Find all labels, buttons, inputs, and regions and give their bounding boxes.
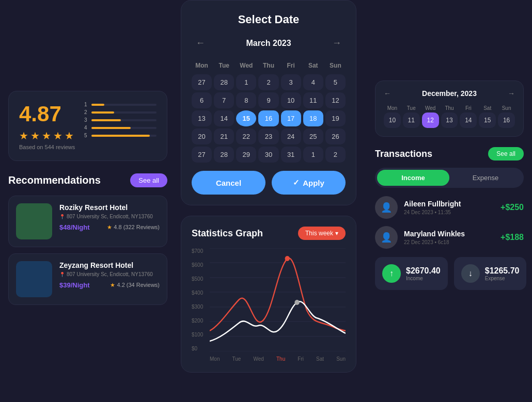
- calendar-day[interactable]: 29: [236, 147, 256, 163]
- mini-calendar-day-header: Mon: [384, 104, 401, 112]
- hotel-card[interactable]: Roziky Resort Hotel 807 University Sc, E…: [8, 196, 167, 247]
- next-month-arrow[interactable]: →: [328, 36, 346, 51]
- summary-icon: ↓: [461, 264, 480, 283]
- calendar-day[interactable]: 30: [258, 147, 278, 163]
- mini-calendar-card: ← December, 2023 → MonTueWedThuFriSatSun…: [375, 81, 524, 137]
- mini-calendar-nav: ← December, 2023 →: [384, 89, 515, 98]
- bar-label: 2: [84, 109, 88, 115]
- mini-calendar-day[interactable]: 13: [441, 112, 458, 128]
- calendar-day[interactable]: 16: [258, 110, 278, 126]
- calendar-day[interactable]: 12: [325, 92, 346, 108]
- calendar-day[interactable]: 22: [236, 128, 256, 144]
- calendar-day[interactable]: 2: [325, 147, 346, 163]
- hotel-cards-container: Roziky Resort Hotel 807 University Sc, E…: [8, 196, 167, 305]
- graph-x-labels: MonTueWedThuFriSatSun: [210, 356, 346, 362]
- calendar-day-header: Tue: [214, 60, 234, 71]
- calendar-day[interactable]: 27: [192, 147, 212, 163]
- apply-label: Apply: [303, 179, 324, 187]
- mini-calendar-headers: MonTueWedThuFriSatSun: [384, 104, 515, 112]
- this-week-button[interactable]: This week ▾: [298, 227, 346, 240]
- calendar-day[interactable]: 27: [192, 74, 212, 90]
- calendar-title: Select Date: [192, 13, 346, 26]
- calendar-day[interactable]: 13: [192, 110, 212, 126]
- mini-calendar-day[interactable]: 12: [422, 112, 439, 128]
- svg-point-9: [294, 300, 299, 305]
- calendar-day[interactable]: 31: [281, 147, 301, 163]
- calendar-day[interactable]: 24: [281, 128, 301, 144]
- calendar-day[interactable]: 14: [214, 110, 234, 126]
- hotel-rating: ★ 4.8 (322 Reviews): [107, 224, 160, 231]
- transaction-avatar: 👤: [375, 226, 398, 249]
- bar-label: 1: [84, 102, 88, 107]
- mini-calendar-day[interactable]: 11: [403, 112, 420, 128]
- recommendations-see-all-button[interactable]: See all: [130, 173, 167, 187]
- mini-calendar-day-header: Fri: [460, 104, 477, 112]
- calendar-day[interactable]: 6: [192, 92, 212, 108]
- graph-x-label: Sun: [336, 356, 346, 362]
- graph-y-label: $100: [192, 332, 203, 337]
- calendar-day[interactable]: 20: [192, 128, 212, 144]
- mini-month-label: December, 2023: [422, 89, 477, 98]
- transaction-tab-income[interactable]: Income: [377, 170, 449, 186]
- calendar-day[interactable]: 15: [236, 110, 256, 126]
- calendar-day[interactable]: 1: [303, 147, 323, 163]
- mini-calendar-day[interactable]: 10: [384, 112, 401, 128]
- rating-bar-row: 3: [84, 117, 157, 123]
- hotel-image-inner: [16, 261, 52, 297]
- mini-calendar-day[interactable]: 16: [498, 112, 515, 128]
- rating-bar-row: 1: [84, 102, 157, 107]
- transaction-tab-expense[interactable]: Expense: [449, 170, 522, 186]
- calendar-day[interactable]: 1: [236, 74, 256, 90]
- bar-background: [91, 119, 157, 121]
- transaction-items-container: 👤 Aileen Fullbright 24 Dec 2023 • 11:35 …: [375, 196, 524, 249]
- calendar-day[interactable]: 19: [325, 110, 346, 126]
- hotel-card[interactable]: Zeyzang Resort Hotel 807 University Sc, …: [8, 253, 167, 305]
- prev-month-arrow[interactable]: ←: [192, 36, 209, 51]
- transaction-avatar: 👤: [375, 196, 398, 219]
- calendar-day[interactable]: 25: [303, 128, 323, 144]
- calendar-day[interactable]: 2: [258, 74, 278, 90]
- checkmark-icon: ✓: [293, 178, 300, 187]
- mini-calendar-day[interactable]: 15: [479, 112, 496, 128]
- calendar-day[interactable]: 9: [258, 92, 278, 108]
- summary-row-container: ↑ $2670.40 Income ↓ $1265.70 Expense: [375, 257, 524, 290]
- apply-button[interactable]: ✓ Apply: [272, 171, 346, 195]
- mini-prev-arrow[interactable]: ←: [384, 89, 391, 98]
- calendar-day[interactable]: 26: [325, 128, 346, 144]
- transactions-section: Transactions See all IncomeExpense 👤 Ail…: [375, 147, 524, 290]
- mini-calendar-day-header: Tue: [403, 104, 420, 112]
- transaction-amount: +$250: [500, 203, 524, 212]
- stats-header: Statistics Graph This week ▾: [192, 227, 346, 240]
- graph-y-label: $700: [192, 248, 203, 254]
- calendar-day-headers: MonTueWedThuFriSatSun: [192, 60, 346, 71]
- calendar-day[interactable]: 7: [214, 92, 234, 108]
- hotel-name: Zeyzang Resort Hotel: [59, 261, 160, 269]
- calendar-day[interactable]: 5: [325, 74, 346, 90]
- summary-amount: $1265.70: [485, 266, 520, 276]
- calendar-day[interactable]: 28: [214, 147, 234, 163]
- bar-fill: [91, 104, 104, 106]
- calendar-day[interactable]: 11: [303, 92, 323, 108]
- calendar-day[interactable]: 8: [236, 92, 256, 108]
- bar-label: 5: [84, 133, 88, 138]
- calendar-day[interactable]: 18: [303, 110, 323, 126]
- calendar-day[interactable]: 10: [281, 92, 301, 108]
- calendar-day[interactable]: 21: [214, 128, 234, 144]
- mini-next-arrow[interactable]: →: [508, 89, 515, 98]
- calendar-days-grid: 2728123456789101112131415161718192021222…: [192, 74, 346, 163]
- mini-calendar-day[interactable]: 14: [460, 112, 477, 128]
- calendar-card: Select Date ← March 2023 → MonTueWedThuF…: [181, 0, 356, 205]
- calendar-day[interactable]: 23: [258, 128, 278, 144]
- cancel-button[interactable]: Cancel: [192, 171, 265, 195]
- hotel-price: $48/Night: [59, 223, 90, 231]
- calendar-day[interactable]: 3: [281, 74, 301, 90]
- rating-bars: 1 2 3 4 5: [84, 102, 157, 140]
- bar-background: [91, 135, 157, 137]
- graph-x-label: Wed: [254, 356, 264, 362]
- transactions-see-all-button[interactable]: See all: [488, 147, 524, 160]
- recommendations-header: Recommendations See all: [8, 173, 167, 187]
- summary-amount: $2670.40: [406, 266, 441, 276]
- calendar-day[interactable]: 17: [281, 110, 301, 126]
- calendar-day[interactable]: 28: [214, 74, 234, 90]
- calendar-day[interactable]: 4: [303, 74, 323, 90]
